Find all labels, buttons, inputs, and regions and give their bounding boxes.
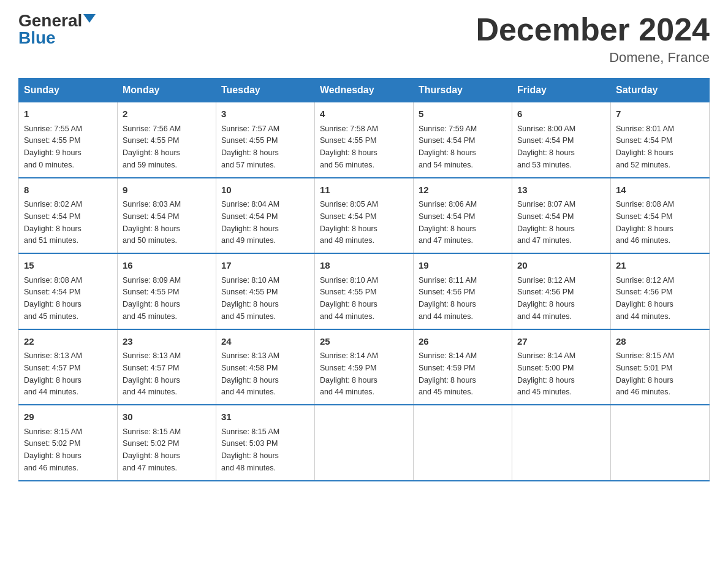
day-info: Sunrise: 7:59 AMSunset: 4:54 PMDaylight:… <box>419 124 477 169</box>
day-info: Sunrise: 8:15 AMSunset: 5:02 PMDaylight:… <box>24 427 82 472</box>
day-info: Sunrise: 8:01 AMSunset: 4:54 PMDaylight:… <box>616 124 674 169</box>
table-row: 15 Sunrise: 8:08 AMSunset: 4:54 PMDaylig… <box>19 253 118 329</box>
day-number: 12 <box>419 183 507 197</box>
col-friday: Friday <box>512 79 611 102</box>
day-info: Sunrise: 8:10 AMSunset: 4:55 PMDaylight:… <box>320 276 378 321</box>
col-sunday: Sunday <box>19 79 118 102</box>
table-row: 18 Sunrise: 8:10 AMSunset: 4:55 PMDaylig… <box>315 253 414 329</box>
day-info: Sunrise: 8:12 AMSunset: 4:56 PMDaylight:… <box>517 276 575 321</box>
day-info: Sunrise: 8:10 AMSunset: 4:55 PMDaylight:… <box>221 276 279 321</box>
table-row: 10 Sunrise: 8:04 AMSunset: 4:54 PMDaylig… <box>216 178 315 254</box>
day-info: Sunrise: 7:57 AMSunset: 4:55 PMDaylight:… <box>221 124 279 169</box>
day-info: Sunrise: 7:56 AMSunset: 4:55 PMDaylight:… <box>123 124 181 169</box>
table-row: 22 Sunrise: 8:13 AMSunset: 4:57 PMDaylig… <box>19 329 118 405</box>
day-number: 22 <box>24 335 112 349</box>
day-number: 6 <box>517 107 605 121</box>
day-number: 29 <box>24 410 112 424</box>
day-info: Sunrise: 8:13 AMSunset: 4:57 PMDaylight:… <box>24 351 82 396</box>
day-info: Sunrise: 8:07 AMSunset: 4:54 PMDaylight:… <box>517 200 575 245</box>
day-info: Sunrise: 8:04 AMSunset: 4:54 PMDaylight:… <box>221 200 279 245</box>
day-info: Sunrise: 8:08 AMSunset: 4:54 PMDaylight:… <box>616 200 674 245</box>
table-row <box>315 405 414 481</box>
table-row <box>414 405 512 481</box>
table-row: 11 Sunrise: 8:05 AMSunset: 4:54 PMDaylig… <box>315 178 414 254</box>
day-info: Sunrise: 8:14 AMSunset: 4:59 PMDaylight:… <box>419 351 477 396</box>
table-row: 1 Sunrise: 7:55 AMSunset: 4:55 PMDayligh… <box>19 102 118 178</box>
day-number: 25 <box>320 335 408 349</box>
day-number: 31 <box>221 410 309 424</box>
day-number: 26 <box>419 335 507 349</box>
day-info: Sunrise: 8:12 AMSunset: 4:56 PMDaylight:… <box>616 276 674 321</box>
day-info: Sunrise: 8:08 AMSunset: 4:54 PMDaylight:… <box>24 276 82 321</box>
month-title: December 2024 <box>476 12 710 47</box>
calendar-body: 1 Sunrise: 7:55 AMSunset: 4:55 PMDayligh… <box>19 102 710 481</box>
table-row <box>512 405 611 481</box>
day-info: Sunrise: 8:15 AMSunset: 5:02 PMDaylight:… <box>123 427 181 472</box>
header-row: Sunday Monday Tuesday Wednesday Thursday… <box>19 79 710 102</box>
table-row: 4 Sunrise: 7:58 AMSunset: 4:55 PMDayligh… <box>315 102 414 178</box>
calendar-week-row: 29 Sunrise: 8:15 AMSunset: 5:02 PMDaylig… <box>19 405 710 481</box>
table-row: 8 Sunrise: 8:02 AMSunset: 4:54 PMDayligh… <box>19 178 118 254</box>
day-info: Sunrise: 8:13 AMSunset: 4:57 PMDaylight:… <box>123 351 181 396</box>
table-row: 6 Sunrise: 8:00 AMSunset: 4:54 PMDayligh… <box>512 102 611 178</box>
table-row: 19 Sunrise: 8:11 AMSunset: 4:56 PMDaylig… <box>414 253 512 329</box>
table-row: 24 Sunrise: 8:13 AMSunset: 4:58 PMDaylig… <box>216 329 315 405</box>
logo: General Blue <box>18 12 96 47</box>
table-row: 29 Sunrise: 8:15 AMSunset: 5:02 PMDaylig… <box>19 405 118 481</box>
day-number: 28 <box>616 335 704 349</box>
table-row: 23 Sunrise: 8:13 AMSunset: 4:57 PMDaylig… <box>118 329 216 405</box>
col-tuesday: Tuesday <box>216 79 315 102</box>
col-saturday: Saturday <box>611 79 710 102</box>
day-number: 30 <box>123 410 211 424</box>
table-row: 7 Sunrise: 8:01 AMSunset: 4:54 PMDayligh… <box>611 102 710 178</box>
day-number: 23 <box>123 335 211 349</box>
table-row: 27 Sunrise: 8:14 AMSunset: 5:00 PMDaylig… <box>512 329 611 405</box>
table-row: 12 Sunrise: 8:06 AMSunset: 4:54 PMDaylig… <box>414 178 512 254</box>
logo-blue-text: Blue <box>18 28 56 47</box>
day-number: 20 <box>517 259 605 273</box>
table-row: 20 Sunrise: 8:12 AMSunset: 4:56 PMDaylig… <box>512 253 611 329</box>
table-row: 14 Sunrise: 8:08 AMSunset: 4:54 PMDaylig… <box>611 178 710 254</box>
day-number: 13 <box>517 183 605 197</box>
day-number: 21 <box>616 259 704 273</box>
table-row: 17 Sunrise: 8:10 AMSunset: 4:55 PMDaylig… <box>216 253 315 329</box>
title-block: December 2024 Domene, France <box>476 12 710 66</box>
day-info: Sunrise: 8:11 AMSunset: 4:56 PMDaylight:… <box>419 276 477 321</box>
table-row: 26 Sunrise: 8:14 AMSunset: 4:59 PMDaylig… <box>414 329 512 405</box>
calendar-table: Sunday Monday Tuesday Wednesday Thursday… <box>18 78 710 481</box>
day-number: 1 <box>24 107 112 121</box>
col-thursday: Thursday <box>414 79 512 102</box>
table-row: 2 Sunrise: 7:56 AMSunset: 4:55 PMDayligh… <box>118 102 216 178</box>
day-number: 24 <box>221 335 309 349</box>
day-info: Sunrise: 8:02 AMSunset: 4:54 PMDaylight:… <box>24 200 82 245</box>
table-row: 3 Sunrise: 7:57 AMSunset: 4:55 PMDayligh… <box>216 102 315 178</box>
table-row: 5 Sunrise: 7:59 AMSunset: 4:54 PMDayligh… <box>414 102 512 178</box>
table-row: 25 Sunrise: 8:14 AMSunset: 4:59 PMDaylig… <box>315 329 414 405</box>
day-info: Sunrise: 8:03 AMSunset: 4:54 PMDaylight:… <box>123 200 181 245</box>
day-number: 8 <box>24 183 112 197</box>
day-info: Sunrise: 8:13 AMSunset: 4:58 PMDaylight:… <box>221 351 279 396</box>
col-monday: Monday <box>118 79 216 102</box>
day-number: 10 <box>221 183 309 197</box>
day-info: Sunrise: 8:15 AMSunset: 5:01 PMDaylight:… <box>616 351 674 396</box>
day-info: Sunrise: 8:09 AMSunset: 4:55 PMDaylight:… <box>123 276 181 321</box>
table-row: 9 Sunrise: 8:03 AMSunset: 4:54 PMDayligh… <box>118 178 216 254</box>
day-number: 27 <box>517 335 605 349</box>
day-number: 14 <box>616 183 704 197</box>
day-number: 2 <box>123 107 211 121</box>
col-wednesday: Wednesday <box>315 79 414 102</box>
calendar-header: Sunday Monday Tuesday Wednesday Thursday… <box>19 79 710 102</box>
calendar-week-row: 8 Sunrise: 8:02 AMSunset: 4:54 PMDayligh… <box>19 178 710 254</box>
day-number: 17 <box>221 259 309 273</box>
day-info: Sunrise: 7:55 AMSunset: 4:55 PMDaylight:… <box>24 124 82 169</box>
day-number: 7 <box>616 107 704 121</box>
table-row: 13 Sunrise: 8:07 AMSunset: 4:54 PMDaylig… <box>512 178 611 254</box>
day-info: Sunrise: 8:05 AMSunset: 4:54 PMDaylight:… <box>320 200 378 245</box>
day-number: 3 <box>221 107 309 121</box>
calendar-week-row: 22 Sunrise: 8:13 AMSunset: 4:57 PMDaylig… <box>19 329 710 405</box>
location: Domene, France <box>476 50 710 66</box>
table-row: 21 Sunrise: 8:12 AMSunset: 4:56 PMDaylig… <box>611 253 710 329</box>
calendar-week-row: 15 Sunrise: 8:08 AMSunset: 4:54 PMDaylig… <box>19 253 710 329</box>
table-row: 28 Sunrise: 8:15 AMSunset: 5:01 PMDaylig… <box>611 329 710 405</box>
day-number: 15 <box>24 259 112 273</box>
